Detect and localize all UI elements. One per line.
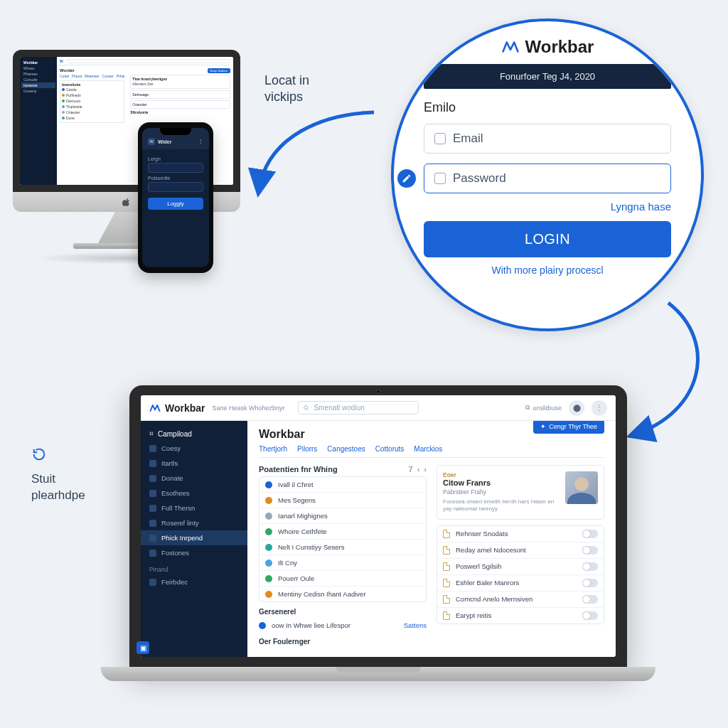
tab[interactable]: Marckios	[414, 445, 442, 453]
item-label: Comcnd Anelo Mernsiven	[456, 595, 532, 603]
login-subtext[interactable]: With more plairy procescl	[424, 264, 671, 276]
tab[interactable]: Fhpod	[72, 74, 82, 78]
list-item[interactable]: Pouerr Oule	[259, 570, 426, 586]
tab[interactable]: Retertser	[85, 74, 100, 78]
imac-topbar: W	[57, 57, 233, 65]
toggle[interactable]	[582, 562, 598, 571]
date-bar: Fonurfoer Teg J4, 2020	[424, 64, 671, 89]
password-label: Password	[453, 171, 506, 186]
list-item[interactable]: Onteoter	[62, 109, 122, 115]
phone-login-button[interactable]: Loggly	[148, 198, 203, 210]
sidebar-footer-icon[interactable]: ▣	[141, 641, 149, 654]
sidebar-item[interactable]: Donate	[141, 471, 247, 486]
chevron-left-icon[interactable]: ‹	[417, 465, 420, 473]
list-item[interactable]: Earypt reitis	[437, 607, 604, 623]
tab[interactable]: Prhai	[117, 74, 125, 78]
document-icon	[443, 595, 450, 604]
sidebar-item[interactable]: Esothees	[141, 486, 247, 500]
list-item[interactable]: Ilt Cny	[259, 555, 426, 570]
list-item[interactable]: Comcnd Anelo Mernsiven	[437, 591, 604, 607]
menu-icon[interactable]: ⋮	[198, 139, 203, 144]
forgot-link[interactable]: Lyngna hase	[424, 200, 671, 213]
link-row[interactable]: oow In Whwe liee Lifespor Sattens	[259, 619, 427, 632]
imac-search[interactable]	[68, 59, 230, 63]
topbar-brand[interactable]: Workbar	[149, 402, 205, 414]
card-row: Aferviers Dar	[132, 81, 228, 87]
topbar: Workbar Sane Heask Whohezbnyr Smenatl wo…	[141, 395, 616, 421]
tab[interactable]: Cottoruts	[375, 445, 405, 453]
dot-icon	[265, 481, 272, 488]
right-panel: Eoer Citow Franrs Pabrsteer Frahy Focese…	[437, 465, 604, 648]
tab[interactable]: Thertjorh	[259, 445, 287, 453]
sidebar-item[interactable]: Itartls	[141, 456, 247, 471]
sidebar-item-active[interactable]: Phick Inrpend	[141, 530, 247, 545]
user-name: Citow Franrs	[443, 478, 558, 487]
kebab-icon[interactable]: ⋮	[592, 400, 607, 416]
list-item[interactable]: Reday amel Ndocesont	[437, 542, 604, 558]
sidebar-item[interactable]: Coesy	[141, 441, 247, 456]
imac-left-panel: Ieversloots Catrite Poffineds Dtersoon T…	[60, 80, 124, 123]
sidebar-item[interactable]: Fostones	[141, 545, 247, 560]
password-field[interactable]: Password	[424, 164, 671, 193]
list-item[interactable]: Poswerl Sgilsih	[437, 558, 604, 574]
sidebar-item-active[interactable]: Itoreeste	[21, 82, 55, 88]
toggle[interactable]	[582, 530, 598, 538]
user-desc: Focesea onaed emellh berdh hars Haser en…	[443, 498, 558, 513]
primary-button[interactable]: ✦Cengr Thyr Thee	[533, 421, 604, 434]
email-field[interactable]: Email	[424, 124, 671, 154]
content: Workbar ✦Cengr Thyr Thee Thertjorh Pilor…	[247, 421, 616, 657]
sidebar-item[interactable]: Feirbdec	[141, 574, 247, 589]
topbar-link[interactable]: ⧉onslitbuse	[525, 404, 562, 412]
imac-primary-button[interactable]: Notry Sottbee	[208, 68, 230, 73]
list-item[interactable]: Tinplicatte	[62, 104, 122, 109]
item-label: Earypt reitis	[456, 611, 491, 619]
search-input[interactable]: Smenatl wodiun	[298, 401, 419, 414]
document-icon	[443, 530, 450, 538]
list-item[interactable]: Poffineds	[62, 92, 122, 98]
login-button[interactable]: LOGIN	[424, 221, 671, 257]
document-icon	[443, 562, 450, 571]
dot-icon	[265, 528, 272, 535]
item-label: Reday amel Ndocesont	[456, 546, 526, 554]
sidebar-item[interactable]: Gowerty	[21, 88, 55, 94]
list-item[interactable]: Mes Segens	[259, 492, 426, 508]
sidebar-item[interactable]: Consolle	[21, 77, 55, 82]
list-item[interactable]: Done	[62, 115, 122, 121]
list-item[interactable]: Dtersoon	[62, 98, 122, 104]
toggle[interactable]	[582, 546, 598, 555]
phone-password-input[interactable]	[148, 182, 203, 192]
list-item[interactable]: Ivall il Chret	[259, 477, 426, 492]
panel-heading: Poatentien fnr Whing 7‹›	[259, 465, 427, 473]
list-item[interactable]: Mentiny Cedisn Ihant Aadiver	[259, 586, 426, 601]
tab[interactable]: Cangestoes	[327, 445, 365, 453]
tab[interactable]: Cottel	[60, 74, 69, 78]
list-item[interactable]: Rehnser Snodats	[437, 526, 604, 542]
sidebar-item[interactable]: Full Thersn	[141, 500, 247, 515]
tab[interactable]: Pilorrs	[297, 445, 317, 453]
list-item[interactable]: Whoire Cethfete	[259, 523, 426, 539]
list-item[interactable]: Eshler Baler Manrors	[437, 574, 604, 591]
checkbox-icon[interactable]	[434, 173, 446, 184]
sidebar-item[interactable]: Wboes	[21, 65, 55, 71]
dot-icon	[259, 622, 266, 629]
chevron-right-icon[interactable]: ›	[424, 465, 427, 473]
phone-device: W Wider ⋮ Lergn Potssedte Loggly	[138, 122, 213, 273]
count-badge: 7	[409, 465, 413, 473]
item-label: Whoire Cethfete	[278, 528, 327, 535]
document-icon	[443, 546, 450, 555]
sidebar-item[interactable]: Roseref linty	[141, 515, 247, 530]
laptop-bezel: Workbar Sane Heask Whohezbnyr Smenatl wo…	[129, 385, 627, 667]
avatar[interactable]: ⬤	[569, 400, 584, 416]
list-item[interactable]: Nelt I Cunstiyy Sesers	[259, 539, 426, 555]
toggle[interactable]	[582, 611, 598, 620]
phone-login-input[interactable]	[148, 163, 203, 173]
toggle[interactable]	[582, 595, 598, 604]
tab[interactable]: Cosser	[102, 74, 114, 78]
list-item[interactable]: Ianarl Mighignes	[259, 508, 426, 523]
list-item[interactable]: Catrite	[62, 87, 122, 92]
sidebar-item[interactable]: Phterees	[21, 71, 55, 77]
action-link[interactable]: Sattens	[404, 621, 427, 629]
checkbox-icon[interactable]	[434, 133, 446, 144]
dot-icon	[265, 497, 272, 504]
toggle[interactable]	[582, 579, 598, 587]
